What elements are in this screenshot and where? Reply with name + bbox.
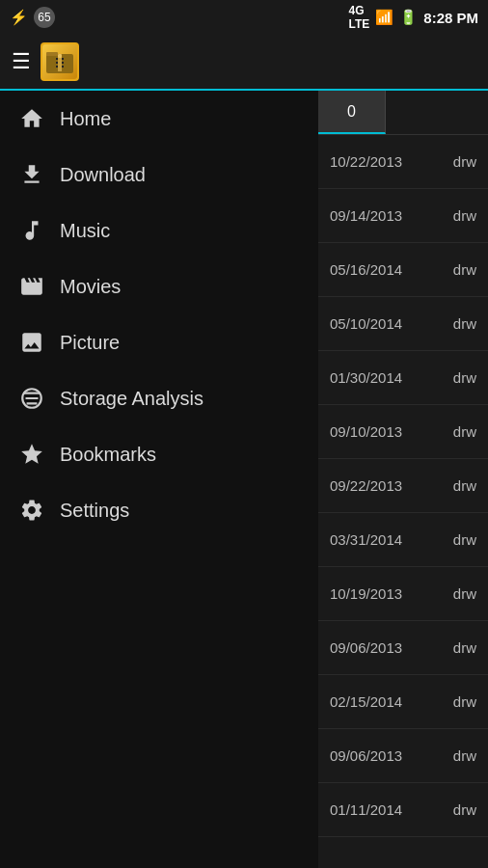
time-display: 8:28 PM (423, 10, 478, 26)
file-row[interactable]: 01/11/2014drw (318, 783, 488, 837)
file-row[interactable]: 10/19/2013drw (318, 567, 488, 621)
picture-icon (17, 328, 46, 357)
sidebar-label-storage: Storage Analysis (60, 388, 203, 410)
file-type: drw (453, 747, 476, 764)
right-panel: 0 10/22/2013drw09/14/2013drw05/16/2014dr… (318, 91, 488, 868)
sidebar-label-picture: Picture (60, 332, 120, 354)
file-type: drw (453, 153, 476, 170)
file-date: 02/15/2014 (330, 693, 449, 710)
sidebar-item-home[interactable]: Home (0, 91, 318, 147)
sidebar-item-music[interactable]: Music (0, 203, 318, 258)
sidebar-item-storage-analysis[interactable]: Storage Analysis (0, 370, 318, 426)
file-row[interactable]: 01/30/2014drw (318, 351, 488, 405)
file-type: drw (453, 207, 476, 224)
title-bar: ☰ (0, 35, 488, 91)
sidebar-item-bookmarks[interactable]: Bookmarks (0, 426, 318, 482)
file-row[interactable]: 09/14/2013drw (318, 189, 488, 243)
bookmarks-icon (17, 440, 46, 469)
battery-icon: 🔋 (399, 9, 418, 26)
sidebar-item-download[interactable]: Download (0, 147, 318, 203)
main-container: Home Download Music Movies (0, 91, 488, 868)
sidebar-label-download: Download (60, 164, 146, 186)
tab-bar: 0 (318, 91, 488, 135)
status-right: 4GLTE 📶 🔋 8:28 PM (349, 4, 478, 31)
file-row[interactable]: 09/10/2013drw (318, 405, 488, 459)
storage-icon (17, 384, 46, 413)
sidebar-label-home: Home (60, 108, 111, 130)
download-icon (17, 160, 46, 189)
sidebar-label-bookmarks: Bookmarks (60, 444, 156, 466)
file-type: drw (453, 477, 476, 494)
file-date: 09/06/2013 (330, 639, 449, 656)
file-date: 10/22/2013 (330, 153, 449, 170)
app-logo (41, 42, 79, 81)
music-icon (17, 216, 46, 245)
settings-icon (17, 496, 46, 525)
movies-icon (17, 272, 46, 301)
file-list: 10/22/2013drw09/14/2013drw05/16/2014drw0… (318, 135, 488, 837)
sidebar-label-music: Music (60, 220, 110, 242)
sidebar-label-movies: Movies (60, 276, 121, 298)
file-type: drw (453, 801, 476, 818)
svg-rect-9 (58, 54, 62, 58)
file-date: 10/19/2013 (330, 585, 449, 602)
file-row[interactable]: 09/22/2013drw (318, 459, 488, 513)
notification-badge: 65 (34, 7, 55, 28)
usb-icon: ⚡ (10, 9, 28, 26)
file-type: drw (453, 639, 476, 656)
tab-0[interactable]: 0 (318, 91, 386, 134)
file-date: 09/14/2013 (330, 207, 449, 224)
file-type: drw (453, 369, 476, 386)
app-logo-svg (44, 46, 75, 77)
file-date: 01/30/2014 (330, 369, 449, 386)
signal-icon: 📶 (375, 9, 393, 26)
file-row[interactable]: 09/06/2013drw (318, 621, 488, 675)
svg-rect-2 (58, 56, 62, 71)
file-row[interactable]: 09/06/2013drw (318, 729, 488, 783)
svg-rect-3 (56, 58, 58, 60)
status-left: ⚡ 65 (10, 7, 55, 28)
sidebar-item-movies[interactable]: Movies (0, 258, 318, 314)
svg-rect-1 (46, 52, 58, 56)
file-date: 09/10/2013 (330, 423, 449, 440)
file-row[interactable]: 03/31/2014drw (318, 513, 488, 567)
file-type: drw (453, 423, 476, 440)
file-date: 09/22/2013 (330, 477, 449, 494)
file-date: 03/31/2014 (330, 531, 449, 548)
file-row[interactable]: 05/16/2014drw (318, 243, 488, 297)
file-type: drw (453, 585, 476, 602)
file-date: 05/16/2014 (330, 261, 449, 278)
svg-rect-5 (56, 62, 58, 64)
file-type: drw (453, 693, 476, 710)
file-date: 01/11/2014 (330, 801, 449, 818)
home-icon (17, 104, 46, 133)
sidebar-item-settings[interactable]: Settings (0, 482, 318, 538)
file-type: drw (453, 315, 476, 332)
svg-rect-8 (62, 66, 64, 68)
file-type: drw (453, 531, 476, 548)
hamburger-menu-icon[interactable]: ☰ (12, 49, 31, 74)
file-row[interactable]: 05/10/2014drw (318, 297, 488, 351)
status-bar: ⚡ 65 4GLTE 📶 🔋 8:28 PM (0, 0, 488, 35)
svg-rect-7 (56, 66, 58, 68)
sidebar: Home Download Music Movies (0, 91, 318, 868)
file-row[interactable]: 02/15/2014drw (318, 675, 488, 729)
svg-rect-6 (62, 62, 64, 64)
file-row[interactable]: 10/22/2013drw (318, 135, 488, 189)
file-date: 09/06/2013 (330, 747, 449, 764)
file-date: 05/10/2014 (330, 315, 449, 332)
sidebar-item-picture[interactable]: Picture (0, 314, 318, 370)
file-type: drw (453, 261, 476, 278)
sidebar-label-settings: Settings (60, 500, 129, 522)
tab-0-label: 0 (347, 103, 356, 121)
network-indicator: 4GLTE (349, 4, 370, 31)
svg-rect-4 (62, 58, 64, 60)
